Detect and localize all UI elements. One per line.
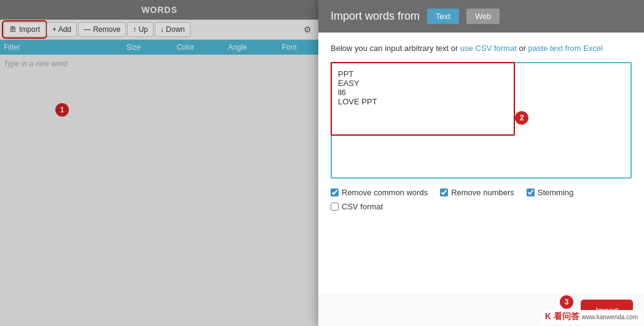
checkboxes-row1: Remove common words Remove numbers Stemm… [331, 188, 632, 197]
dialog-title: Import words from [331, 10, 420, 23]
dialog-body: Below you can input arbitrary text or us… [318, 33, 644, 294]
badge-3: 3 [560, 295, 573, 309]
stemming-checkbox[interactable]: Stemming [527, 188, 574, 197]
remove-numbers-checkbox[interactable]: Remove numbers [440, 188, 514, 197]
import-dialog: Import words from Text Web Below you can… [318, 0, 644, 326]
watermark-url: www.kanwenda.com [582, 314, 638, 320]
dialog-header: Import words from Text Web [318, 0, 644, 33]
text-import-area[interactable] [331, 62, 632, 179]
tab-text-button[interactable]: Text [427, 9, 459, 24]
badge-2: 2 [515, 111, 528, 125]
text-area-container: 2 [331, 62, 632, 180]
tab-web-button[interactable]: Web [466, 9, 500, 24]
csv-format-checkbox[interactable]: CSV format [331, 202, 383, 211]
watermark: K 看问答 www.kanwenda.com [541, 310, 642, 324]
dialog-description: Below you can input arbitrary text or us… [331, 42, 632, 55]
excel-link[interactable]: paste text from Excel [528, 44, 603, 53]
csv-format-link[interactable]: use CSV format [460, 44, 517, 53]
checkboxes-row2: CSV format [331, 202, 632, 211]
watermark-logo: K 看问答 [545, 311, 579, 322]
remove-common-words-checkbox[interactable]: Remove common words [331, 188, 428, 197]
